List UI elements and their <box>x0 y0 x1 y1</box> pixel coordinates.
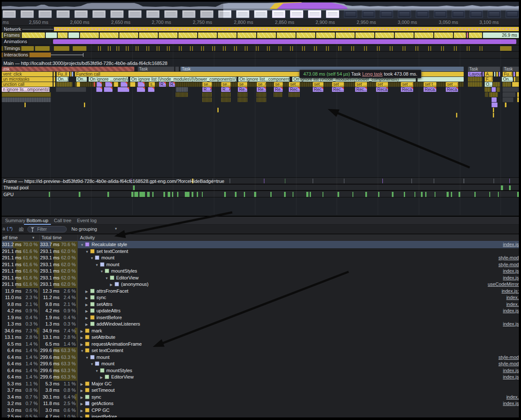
table-row[interactable]: 6.4 ms1.4 %299.6 ms63.3 %▶EditorViewinde… <box>2 374 519 381</box>
flame-event[interactable] <box>118 87 129 92</box>
source-link[interactable]: style-mod <box>498 355 519 360</box>
flame-event[interactable] <box>53 72 55 76</box>
match-case-icon[interactable]: a <box>3 226 5 231</box>
gpu-activity[interactable] <box>293 192 293 197</box>
flame-event[interactable]: Task <box>468 67 500 71</box>
flame-event[interactable] <box>417 77 464 82</box>
source-link[interactable]: index.js <box>503 242 519 247</box>
collapse-caret-icon[interactable]: ▼ <box>80 349 85 353</box>
frame-block[interactable] <box>316 32 335 38</box>
filmstrip-thumbnail[interactable] <box>416 10 429 18</box>
flame-event[interactable] <box>503 92 515 97</box>
flame-event[interactable] <box>138 82 145 87</box>
table-row[interactable]: 6.5 ms1.4 %6.5 ms1.4 %▶requestAnimationF… <box>2 341 519 348</box>
gpu-activity[interactable] <box>323 192 323 197</box>
table-row[interactable]: 3.4 ms0.7 %30.1 ms6.4 %▶syncindex. <box>2 394 519 401</box>
track-frame[interactable]: Frame — https://id-preview--bd53fd9d-728… <box>2 177 519 184</box>
flame-event[interactable] <box>96 87 102 92</box>
table-row[interactable]: 291.1 ms61.6 %293.1 ms62.0 %▼mountstyle-… <box>2 255 519 261</box>
flame-event[interactable]: Reca...yle <box>401 87 413 92</box>
flame-event[interactable]: Fu..ll <box>56 72 69 76</box>
frame-event-tick[interactable] <box>344 179 344 183</box>
gpu-activity[interactable] <box>421 192 423 197</box>
timing-mark[interactable] <box>167 46 168 51</box>
table-row[interactable]: 3.2 ms0.7 %11.8 ms2.5 %▶getActionsindex.… <box>2 400 519 407</box>
timing-mark[interactable] <box>467 46 468 51</box>
timing-mark[interactable] <box>118 46 119 51</box>
frame-event-tick[interactable] <box>264 179 264 183</box>
flame-event[interactable] <box>493 82 500 87</box>
timing-mark[interactable] <box>366 46 367 51</box>
timing-mark[interactable] <box>379 46 380 51</box>
flame-event[interactable]: Task <box>138 67 175 71</box>
source-link[interactable]: index.js <box>503 321 519 326</box>
flame-event[interactable] <box>514 77 515 82</box>
flame-event[interactable]: On...) <box>502 77 513 82</box>
flame-event[interactable]: unction call <box>2 82 53 87</box>
flame-event[interactable] <box>505 103 506 107</box>
timing-mark[interactable] <box>181 46 182 51</box>
flame-event[interactable] <box>114 82 118 87</box>
timing-mark[interactable] <box>441 46 442 51</box>
frame-block-idle[interactable] <box>46 32 57 38</box>
timing-mark[interactable] <box>304 46 305 51</box>
flame-event[interactable]: ask <box>2 67 134 71</box>
table-header[interactable]: elf time ▼ Total time Activity <box>2 235 519 241</box>
flame-event[interactable] <box>485 87 491 92</box>
table-row[interactable]: 2.5 ms0.5 %4.7 ms1.0 %▶insertBefore <box>2 414 519 417</box>
timing-mark[interactable] <box>290 46 291 51</box>
gpu-activity[interactable] <box>435 192 435 197</box>
expand-caret-icon[interactable]: ▶ <box>100 376 105 379</box>
filmstrip-thumbnail[interactable] <box>434 10 447 18</box>
timing-mark[interactable] <box>267 46 268 51</box>
timing-mark-block[interactable] <box>54 46 69 51</box>
flame-event[interactable] <box>2 97 51 102</box>
timing-mark[interactable] <box>179 46 180 51</box>
table-row[interactable]: 291.1 ms61.6 %293.1 ms62.0 %▼EditorViewi… <box>2 275 519 282</box>
frame-block[interactable] <box>159 32 178 38</box>
source-link[interactable]: index.js <box>503 374 519 379</box>
frame-block[interactable] <box>277 32 296 38</box>
timing-mark[interactable] <box>340 46 341 51</box>
flame-event[interactable]: set ...tent <box>401 82 413 87</box>
gpu-activity[interactable] <box>284 192 286 197</box>
flame-event[interactable]: On ignore list (\/node_modules\/|\/bower… <box>130 77 237 82</box>
tab-call-tree[interactable]: Call tree <box>51 217 74 225</box>
source-link[interactable]: useCodeMirror <box>488 282 519 287</box>
flame-event[interactable]: R...e <box>221 87 231 92</box>
flame-event[interactable] <box>72 72 73 76</box>
expand-caret-icon[interactable]: ▶ <box>80 409 85 413</box>
thread-pool-activity[interactable] <box>133 185 135 190</box>
timing-mark[interactable] <box>415 46 416 51</box>
source-link[interactable]: index.js <box>503 368 519 373</box>
timing-mark[interactable] <box>353 46 354 51</box>
flame-event[interactable]: Re...le <box>274 87 283 92</box>
tab-bottom-up[interactable]: Bottom-up <box>24 217 51 225</box>
flame-event[interactable] <box>497 87 500 92</box>
gpu-activity[interactable] <box>337 192 339 197</box>
frame-block-idle[interactable] <box>68 32 79 38</box>
flame-event[interactable] <box>238 97 247 102</box>
flame-event[interactable] <box>221 97 231 102</box>
filmstrip-thumbnail[interactable] <box>506 10 519 18</box>
frame-block[interactable] <box>434 32 453 38</box>
gpu-activity[interactable] <box>197 192 198 197</box>
filmstrip-thumbnail[interactable] <box>272 10 285 18</box>
timing-mark[interactable] <box>148 46 149 51</box>
flame-event[interactable]: Rec...yle <box>332 87 344 92</box>
flame-event[interactable] <box>503 87 521 92</box>
gpu-activity[interactable] <box>352 192 353 197</box>
column-divider[interactable] <box>77 235 78 417</box>
flame-event[interactable]: Rec...le <box>313 87 323 92</box>
timing-mark[interactable] <box>443 46 444 51</box>
flame-event[interactable] <box>56 82 72 87</box>
timing-mark[interactable] <box>364 46 365 51</box>
collapse-caret-icon[interactable]: ▼ <box>90 362 95 366</box>
gpu-activity[interactable] <box>474 192 476 197</box>
flame-event[interactable] <box>202 97 212 102</box>
flame-event[interactable]: set...nt <box>289 82 300 87</box>
gpu-activity[interactable] <box>414 192 415 197</box>
frame-event-tick[interactable] <box>382 179 383 183</box>
flame-event[interactable]: set ...ent <box>355 82 367 87</box>
timing-mark[interactable] <box>430 46 431 51</box>
